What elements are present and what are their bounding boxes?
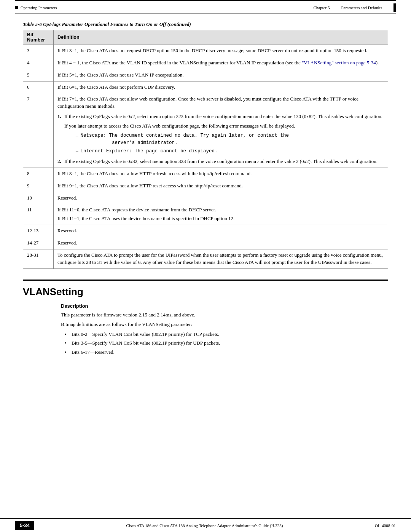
- col-bitnumber: Bit Number: [23, 30, 54, 45]
- bit-number: 6: [23, 81, 54, 93]
- footer-right-text: OL-4008-01: [375, 523, 396, 528]
- bullet-item: Bits 6-17—Reserved.: [65, 348, 388, 356]
- row-definition: If Bit 11=0, the Cisco ATA requests the …: [54, 204, 388, 225]
- row-definition: If Bit 8=1, the Cisco ATA does not allow…: [54, 168, 388, 180]
- row-definition: If Bit 7=1, the Cisco ATA does not allow…: [54, 93, 388, 168]
- opflags-table: Bit Number Definition 3 If Bit 3=1, the …: [23, 30, 388, 269]
- header-title: Parameters and Defaults: [341, 5, 382, 10]
- ie-msg: Internet Explorer: The page cannot be di…: [81, 148, 218, 155]
- description-heading: Description: [61, 303, 388, 309]
- row-definition: If Bit 5=1, the Cisco ATA does not use V…: [54, 69, 388, 81]
- page-footer: 5-34 Cisco ATA 186 and Cisco ATA 188 Ana…: [0, 518, 411, 532]
- row-definition: Reserved.: [54, 237, 388, 249]
- bit-number: 8: [23, 168, 54, 180]
- header-right: Chapter 5 Parameters and Defaults: [313, 3, 396, 12]
- dash-icon-2: –: [76, 148, 78, 155]
- netscape-msg: Netscape: The document contained no data…: [81, 132, 289, 147]
- table-row: 8 If Bit 8=1, the Cisco ATA does not all…: [23, 168, 388, 180]
- table-row: 3 If Bit 3=1, the Cisco ATA does not req…: [23, 45, 388, 57]
- subheader-left: Operating Parameters: [21, 5, 57, 10]
- example1-intro: If the existing OpFlags value is 0x2, se…: [64, 113, 382, 119]
- dash-item-1: – Netscape: The document contained no da…: [68, 132, 384, 147]
- vlansetting-bullets: Bits 0-2—Specify VLAN CoS bit value (802…: [65, 331, 388, 356]
- col-definition: Definition: [54, 30, 388, 45]
- row-definition: If Bit 3=1, the Cisco ATA does not reque…: [54, 45, 388, 57]
- vlansetting-heading: VLANSetting: [23, 280, 388, 298]
- example-num-2: 2.: [57, 158, 61, 165]
- bit-number: 28-31: [23, 249, 54, 268]
- table-row: 28-31 To configure the Cisco ATA to prom…: [23, 249, 388, 268]
- bit-number: 3: [23, 45, 54, 57]
- example1-sub: If you later attempt to access the Cisco…: [64, 123, 384, 130]
- example2-text: If the existing OpFlags value is 0x82, s…: [64, 158, 378, 164]
- desc-text-2: Bitmap definitions are as follows for th…: [61, 321, 388, 328]
- row-definition: If Bit 4 = 1, the Cisco ATA use the VLAN…: [54, 57, 388, 69]
- bullet-item: Bits 3-5—Specify VLAN CoS bit value (802…: [65, 339, 388, 347]
- header-bar-icon: [393, 3, 396, 12]
- vlansetting-link[interactable]: "VLANSetting" section on page 5-34: [302, 60, 376, 66]
- table-row: 11 If Bit 11=0, the Cisco ATA requests t…: [23, 204, 388, 225]
- row-definition: Reserved.: [54, 225, 388, 237]
- table-row: 6 If Bit 6=1, the Cisco ATA does not per…: [23, 81, 388, 93]
- row-definition: To configure the Cisco ATA to prompt the…: [54, 249, 388, 268]
- table-row: 14-27 Reserved.: [23, 237, 388, 249]
- main-content: Table 5-6 OpFlags Parameter Operational …: [0, 14, 411, 388]
- bullet-item: Bits 0-2—Specify VLAN CoS bit value (802…: [65, 331, 388, 338]
- row-definition: Reserved.: [54, 192, 388, 204]
- dash-item-2: – Internet Explorer: The page cannot be …: [68, 148, 384, 155]
- table-row: 10 Reserved.: [23, 192, 388, 204]
- footer-center-text: Cisco ATA 186 and Cisco ATA 188 Analog T…: [126, 523, 283, 528]
- footer-page-number: 5-34: [15, 521, 34, 530]
- row-definition: If Bit 9=1, the Cisco ATA does not allow…: [54, 180, 388, 192]
- table-row: 4 If Bit 4 = 1, the Cisco ATA use the VL…: [23, 57, 388, 69]
- bit-number: 11: [23, 204, 54, 225]
- bit-number: 9: [23, 180, 54, 192]
- example-num-1: 1.: [57, 113, 61, 120]
- table-caption: Table 5-6 OpFlags Parameter Operational …: [23, 21, 388, 27]
- bit-number: 12-13: [23, 225, 54, 237]
- table-row: 12-13 Reserved.: [23, 225, 388, 237]
- bit-number: 7: [23, 93, 54, 168]
- table-row: 5 If Bit 5=1, the Cisco ATA does not use…: [23, 69, 388, 81]
- bit-number: 5: [23, 69, 54, 81]
- header-square-icon: [15, 6, 18, 9]
- dash-icon-1: –: [76, 132, 78, 147]
- desc-text-1: This parameter is for firmware version 2…: [61, 311, 388, 319]
- bit-number: 4: [23, 57, 54, 69]
- row-definition: If Bit 6=1, the Cisco ATA does not perfo…: [54, 81, 388, 93]
- bit-number: 10: [23, 192, 54, 204]
- bit11-def2: If Bit 11=1, the Cisco ATA uses the devi…: [57, 215, 384, 222]
- vlansetting-content: Description This parameter is for firmwa…: [23, 303, 388, 356]
- bit-number: 14-27: [23, 237, 54, 249]
- bit11-def1: If Bit 11=0, the Cisco ATA requests the …: [57, 206, 384, 214]
- table-row: 9 If Bit 9=1, the Cisco ATA does not all…: [23, 180, 388, 192]
- header-chapter: Chapter 5: [313, 5, 330, 10]
- table-row: 7 If Bit 7=1, the Cisco ATA does not all…: [23, 93, 388, 168]
